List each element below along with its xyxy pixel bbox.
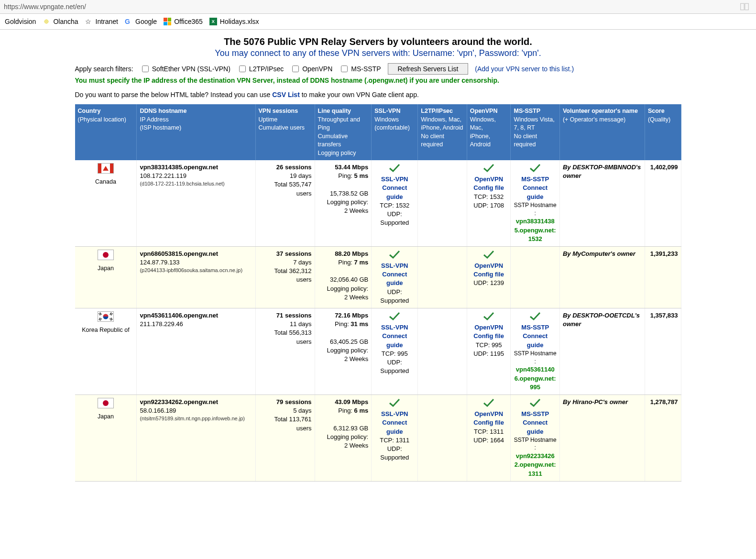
operator-name: By Hirano-PC's owner	[563, 398, 628, 406]
isp-hostname: (d108-172-221-119.bchsia.telus.net)	[140, 180, 252, 187]
sstp-hostname-label: SSTP Hostname :	[514, 350, 556, 366]
openvpn-config-file[interactable]: Config file	[470, 184, 508, 192]
isp-hostname: (ntsitm579189.sitm.nt.ngn.ppp.infoweb.ne…	[140, 415, 252, 422]
urlbar	[0, 0, 756, 14]
flag-icon	[98, 398, 114, 408]
ovpn-udp: UDP: 1708	[470, 201, 508, 210]
ssl-connect-guide[interactable]: Connect guide	[374, 332, 415, 349]
filter-mssstp[interactable]: MS-SSTP	[339, 64, 381, 74]
bookmark-office365[interactable]: Office365	[164, 18, 203, 25]
openvpn-config-file[interactable]: Config file	[470, 332, 508, 340]
checkbox-openvpn[interactable]	[292, 66, 299, 72]
check-icon	[388, 311, 401, 321]
check-icon	[482, 250, 495, 259]
filter-l2tp[interactable]: L2TP/IPsec	[237, 64, 284, 74]
reader-icon[interactable]	[740, 2, 749, 11]
openvpn-config-file[interactable]: Config file	[470, 270, 508, 279]
sstp-hostname: vpn922334262.opengw.net:1311	[514, 452, 556, 478]
ssl-connect-guide[interactable]: Connect guide	[374, 184, 415, 201]
transfers: 32,056.40 GB	[318, 275, 369, 284]
bookmark-label: Office365	[174, 18, 203, 25]
ssl-udp: UDP: Supported	[374, 288, 415, 305]
page-content: The 5076 Public VPN Relay Servers by vol…	[72, 30, 684, 501]
bookmark-goldvision[interactable]: Goldvision	[5, 18, 36, 25]
parse-line: Do you want to parse the below HTML tabl…	[75, 91, 681, 99]
ddns-hostname: vpn922334262.opengw.net	[140, 398, 252, 406]
ovpn-tcp: TCP: 995	[470, 341, 508, 350]
uptime: 5 days	[259, 406, 312, 415]
bookmark-olancha[interactable]: Olancha	[43, 18, 78, 25]
logging-policy-value: 2 Weeks	[318, 293, 369, 302]
sessions: 26 sessions	[259, 163, 312, 172]
th-ddns: DDNS hostnameIP Address(ISP hostname)	[137, 104, 255, 160]
filter-openvpn[interactable]: OpenVPN	[290, 64, 332, 74]
checkbox-softether[interactable]	[142, 66, 149, 72]
flag-icon	[98, 250, 114, 260]
ssl-connect-guide[interactable]: Connect guide	[374, 418, 415, 436]
ssl-vpn-label: SSL-VPN	[374, 410, 415, 418]
flag-icon	[98, 163, 114, 174]
logging-policy-label: Logging policy:	[318, 198, 369, 207]
check-icon	[482, 398, 495, 407]
cumulative-users: Total 535,747 users	[259, 180, 312, 197]
logging-policy-label: Logging policy:	[318, 433, 369, 441]
th-sstp: MS-SSTPWindows Vista,7, 8, RTNo client r…	[511, 104, 559, 160]
table-header-row: Country(Physical location) DDNS hostname…	[75, 104, 681, 160]
score: 1,278,787	[650, 398, 678, 406]
flag-icon	[98, 311, 114, 322]
sstp-connect-guide[interactable]: Connect guide	[514, 418, 556, 436]
url-input[interactable]	[0, 1, 733, 12]
ssl-connect-guide[interactable]: Connect guide	[374, 270, 415, 287]
ping: Ping: 5 ms	[318, 172, 369, 180]
filter-label: SoftEther VPN (SSL-VPN)	[152, 65, 230, 73]
add-server-link[interactable]: (Add your VPN server to this list.)	[475, 65, 574, 73]
th-score: Score(Quality)	[645, 104, 681, 160]
ssl-vpn-label: SSL-VPN	[374, 175, 415, 184]
throughput: 53.44 Mbps	[318, 163, 369, 172]
openvpn-label: OpenVPN	[470, 323, 508, 332]
uptime: 7 days	[259, 258, 312, 267]
ssl-udp: UDP: Supported	[374, 358, 415, 375]
score: 1,402,099	[650, 164, 678, 171]
ssl-vpn-label: SSL-VPN	[374, 262, 415, 270]
throughput: 72.16 Mbps	[318, 311, 369, 320]
cumulative-users: Total 556,313 users	[259, 329, 312, 346]
ip-address: 211.178.229.46	[140, 320, 252, 329]
bookmark-intranet[interactable]: ☆Intranet	[85, 18, 118, 25]
ssl-udp: UDP: Supported	[374, 210, 415, 227]
filter-label: L2TP/IPsec	[249, 65, 284, 73]
checkbox-l2tp[interactable]	[239, 66, 246, 72]
sstp-hostname-label: SSTP Hostname :	[514, 436, 556, 452]
ssl-udp: UDP: Supported	[374, 445, 415, 462]
svg-rect-0	[741, 3, 745, 10]
bookmark-holidays[interactable]: XHolidays.xlsx	[209, 18, 259, 25]
openvpn-config-file[interactable]: Config file	[470, 418, 508, 427]
filter-softether[interactable]: SoftEther VPN (SSL-VPN)	[140, 64, 230, 74]
bookmark-google[interactable]: GGoogle	[125, 18, 157, 25]
bookmark-label: Olancha	[53, 18, 78, 25]
isp-hostname: (p2044133-ipbf806souka.saitama.ocn.ne.jp…	[140, 267, 252, 274]
operator-name: By DESKTOP-OOETCDL's owner	[563, 312, 640, 328]
sstp-connect-guide[interactable]: Connect guide	[514, 332, 556, 349]
checkbox-mssstp[interactable]	[341, 66, 348, 72]
office-icon	[164, 18, 171, 25]
openvpn-label: OpenVPN	[470, 410, 508, 418]
sessions: 71 sessions	[259, 311, 312, 320]
sessions: 79 sessions	[259, 398, 312, 406]
page-subtitle: You may connect to any of these VPN serv…	[75, 48, 681, 58]
logging-policy-value: 2 Weeks	[318, 441, 369, 450]
ssl-tcp: TCP: 995	[374, 350, 415, 358]
ip-address: 58.0.166.189	[140, 406, 252, 415]
table-row: Canadavpn383314385.opengw.net108.172.221…	[75, 160, 681, 246]
refresh-button[interactable]: Refresh Servers List	[388, 63, 469, 75]
sstp-connect-guide[interactable]: Connect guide	[514, 184, 556, 201]
ovpn-tcp: TCP: 1532	[470, 193, 508, 201]
logging-policy-value: 2 Weeks	[318, 207, 369, 215]
csv-list-link[interactable]: CSV List	[272, 91, 300, 99]
logging-policy-label: Logging policy:	[318, 346, 369, 355]
filters-row: Apply search filters: SoftEther VPN (SSL…	[75, 63, 681, 75]
th-line: Line qualityThroughput and PingCumulativ…	[315, 104, 372, 160]
bookmarks-bar: Goldvision Olancha ☆Intranet GGoogle Off…	[0, 14, 756, 30]
filter-label: MS-SSTP	[351, 65, 381, 73]
th-openvpn: OpenVPNWindows, Mac,iPhone, Android	[467, 104, 511, 160]
